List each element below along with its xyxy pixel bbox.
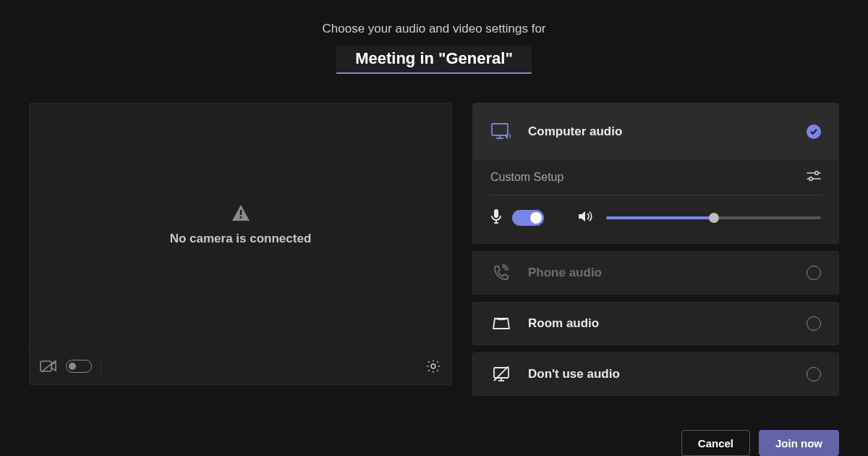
- svg-point-9: [815, 172, 819, 175]
- phone-icon: [490, 264, 512, 282]
- microphone-icon: [490, 208, 502, 227]
- computer-audio-icon: [490, 122, 512, 141]
- svg-line-18: [494, 366, 509, 381]
- room-audio-label: Room audio: [528, 316, 599, 331]
- svg-rect-15: [494, 368, 509, 378]
- footer: Cancel Join now: [0, 417, 868, 456]
- meeting-title-field[interactable]: Meeting in "General": [336, 45, 532, 74]
- computer-audio-card: Computer audio Custom Setup: [472, 103, 839, 244]
- computer-audio-radio[interactable]: [807, 124, 821, 139]
- no-audio-option[interactable]: Don't use audio: [473, 353, 838, 395]
- camera-toggle[interactable]: [66, 360, 92, 373]
- cancel-button[interactable]: Cancel: [681, 430, 750, 456]
- no-camera-message: No camera is connected: [170, 232, 312, 246]
- no-audio-icon: [490, 366, 512, 382]
- computer-audio-label: Computer audio: [528, 124, 622, 139]
- svg-rect-12: [494, 209, 498, 218]
- gear-icon[interactable]: [425, 358, 441, 374]
- divider: [101, 356, 101, 376]
- svg-rect-2: [41, 361, 51, 371]
- computer-audio-option[interactable]: Computer audio: [473, 104, 838, 160]
- camera-off-icon: [40, 360, 57, 373]
- no-audio-radio[interactable]: [807, 367, 821, 381]
- sliders-icon[interactable]: [807, 170, 821, 185]
- microphone-toggle[interactable]: [512, 210, 544, 226]
- join-now-button[interactable]: Join now: [759, 430, 839, 456]
- svg-rect-1: [239, 216, 242, 219]
- svg-line-3: [41, 360, 56, 372]
- video-preview-toolbar: [30, 347, 451, 384]
- phone-audio-option[interactable]: Phone audio: [473, 252, 838, 294]
- audio-options: Computer audio Custom Setup: [472, 103, 839, 417]
- svg-point-4: [431, 364, 435, 368]
- svg-point-11: [809, 177, 813, 181]
- phone-audio-label: Phone audio: [528, 266, 602, 280]
- custom-setup-row[interactable]: Custom Setup: [473, 160, 838, 185]
- header-subtitle: Choose your audio and video settings for: [0, 22, 868, 36]
- phone-audio-radio[interactable]: [807, 266, 821, 280]
- room-audio-radio[interactable]: [807, 316, 821, 331]
- video-preview-panel: No camera is connected: [29, 103, 452, 385]
- volume-slider[interactable]: [606, 216, 821, 219]
- warning-icon: [231, 204, 250, 221]
- speaker-icon: [577, 209, 593, 227]
- no-audio-label: Don't use audio: [528, 367, 620, 381]
- header: Choose your audio and video settings for…: [0, 0, 868, 74]
- custom-setup-label: Custom Setup: [490, 171, 563, 184]
- room-icon: [490, 316, 512, 332]
- video-preview-stage: No camera is connected: [30, 104, 451, 347]
- svg-rect-5: [492, 124, 508, 135]
- audio-controls-row: [473, 195, 838, 243]
- meeting-title: Meeting in "General": [355, 49, 513, 67]
- room-audio-option[interactable]: Room audio: [473, 303, 838, 345]
- svg-rect-0: [239, 210, 242, 215]
